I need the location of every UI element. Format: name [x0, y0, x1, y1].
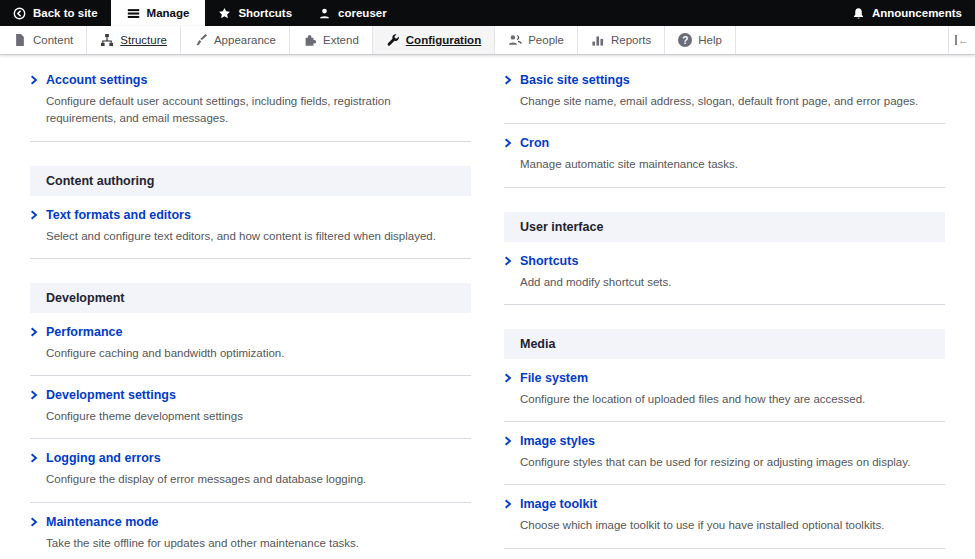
shortcuts-toolbar-button[interactable]: Shortcuts: [205, 0, 305, 26]
tab-people[interactable]: People: [495, 26, 578, 54]
tab-help[interactable]: ? Help: [665, 26, 736, 54]
config-link-label: File system: [520, 371, 588, 385]
config-description: Configure default user account settings,…: [30, 93, 460, 128]
tab-configuration-label: Configuration: [406, 34, 481, 46]
chevron-right-icon: [504, 256, 512, 266]
star-icon: [218, 7, 231, 20]
chevron-right-icon: [30, 390, 38, 400]
list-item: Text formats and editors Select and conf…: [30, 196, 471, 259]
config-description: Configure the location of uploaded files…: [504, 391, 934, 408]
config-link-label: Logging and errors: [46, 451, 161, 465]
list-item: Development settings Configure theme dev…: [30, 376, 471, 439]
config-description: Select and configure text editors, and h…: [30, 228, 460, 245]
config-link-cron[interactable]: Cron: [504, 136, 945, 150]
config-link-image-styles[interactable]: Image styles: [504, 434, 945, 448]
section-content-authoring: Content authoring Text formats and edito…: [30, 166, 471, 259]
toolbar-top: Back to site Manage Shortcuts coreuser A…: [0, 0, 975, 26]
back-to-site-label: Back to site: [33, 7, 98, 19]
tab-extend-label: Extend: [323, 34, 359, 46]
config-description: Configure styles that can be used for re…: [504, 454, 934, 471]
announcements-label: Announcements: [872, 7, 962, 19]
tab-people-label: People: [528, 34, 564, 46]
chevron-right-icon: [30, 75, 38, 85]
announcements-button[interactable]: Announcements: [839, 0, 975, 26]
tab-structure-label: Structure: [120, 34, 167, 46]
config-link-maintenance-mode[interactable]: Maintenance mode: [30, 515, 471, 529]
config-link-label: Basic site settings: [520, 73, 630, 87]
list-item: Maintenance mode Take the site offline f…: [30, 503, 471, 559]
config-description: Add and modify shortcut sets.: [504, 274, 934, 291]
config-description: Configure the display of error messages …: [30, 471, 460, 488]
list-item: Shortcuts Add and modify shortcut sets.: [504, 242, 945, 305]
tab-extend[interactable]: Extend: [290, 26, 373, 54]
config-link-file-system[interactable]: File system: [504, 371, 945, 385]
config-link-label: Cron: [520, 136, 549, 150]
file-icon: [13, 33, 27, 47]
config-link-label: Image toolkit: [520, 497, 597, 511]
manage-label: Manage: [147, 7, 190, 19]
chevron-right-icon: [504, 373, 512, 383]
manage-tab[interactable]: Manage: [111, 0, 206, 26]
toolbar-admin-menu: Content Structure Appearance Extend Conf…: [0, 26, 975, 55]
chevron-right-icon: [30, 210, 38, 220]
user-icon: [318, 7, 331, 20]
bell-icon: [852, 7, 865, 20]
config-description: Change site name, email address, slogan,…: [504, 93, 934, 110]
config-link-label: Text formats and editors: [46, 208, 191, 222]
config-link-logging-errors[interactable]: Logging and errors: [30, 451, 471, 465]
list-item: Logging and errors Configure the display…: [30, 439, 471, 502]
tab-reports[interactable]: Reports: [578, 26, 665, 54]
tab-appearance-label: Appearance: [214, 34, 276, 46]
chevron-right-icon: [504, 138, 512, 148]
list-item: Performance Configure caching and bandwi…: [30, 313, 471, 376]
left-column: Account settings Configure default user …: [30, 61, 471, 559]
list-item: Image toolkit Choose which image toolkit…: [504, 485, 945, 548]
help-icon: ?: [678, 33, 692, 47]
config-link-basic-site-settings[interactable]: Basic site settings: [504, 73, 945, 87]
tab-configuration[interactable]: Configuration: [373, 26, 495, 54]
shortcuts-toolbar-label: Shortcuts: [238, 7, 292, 19]
list-item: Basic site settings Change site name, em…: [504, 61, 945, 124]
config-link-shortcuts[interactable]: Shortcuts: [504, 254, 945, 268]
config-link-text-formats[interactable]: Text formats and editors: [30, 208, 471, 222]
chevron-right-icon: [504, 499, 512, 509]
config-link-performance[interactable]: Performance: [30, 325, 471, 339]
config-link-label: Development settings: [46, 388, 176, 402]
wrench-icon: [386, 33, 400, 47]
chevron-right-icon: [504, 436, 512, 446]
user-account-button[interactable]: coreuser: [305, 0, 400, 26]
config-description: Configure theme development settings: [30, 408, 460, 425]
list-item: Image styles Configure styles that can b…: [504, 422, 945, 485]
config-link-label: Account settings: [46, 73, 147, 87]
section-system: Basic site settings Change site name, em…: [504, 61, 945, 188]
puzzle-icon: [303, 33, 317, 47]
hamburger-icon: [127, 7, 140, 20]
config-description: Configure caching and bandwidth optimiza…: [30, 345, 460, 362]
section-development: Development Performance Configure cachin…: [30, 283, 471, 559]
tab-reports-label: Reports: [611, 34, 651, 46]
tab-structure[interactable]: Structure: [87, 26, 181, 54]
back-to-site-button[interactable]: Back to site: [0, 0, 111, 26]
section-media: Media File system Configure the location…: [504, 329, 945, 549]
list-item: Account settings Configure default user …: [30, 61, 471, 142]
config-link-image-toolkit[interactable]: Image toolkit: [504, 497, 945, 511]
chevron-right-icon: [30, 327, 38, 337]
configuration-page: Account settings Configure default user …: [0, 55, 975, 559]
tab-appearance[interactable]: Appearance: [181, 26, 290, 54]
section-header: Development: [30, 283, 471, 313]
chevron-right-icon: [30, 453, 38, 463]
section-header: Media: [504, 329, 945, 359]
toolbar-orientation-toggle-icon[interactable]: ←: [948, 26, 975, 54]
section-user-interface: User interface Shortcuts Add and modify …: [504, 212, 945, 305]
config-link-account-settings[interactable]: Account settings: [30, 73, 471, 87]
people-icon: [508, 33, 522, 47]
username-label: coreuser: [338, 7, 387, 19]
list-item: Cron Manage automatic site maintenance t…: [504, 124, 945, 187]
section-header: User interface: [504, 212, 945, 242]
tab-content-label: Content: [33, 34, 73, 46]
chevron-right-icon: [30, 517, 38, 527]
config-description: Take the site offline for updates and ot…: [30, 535, 460, 552]
tab-content[interactable]: Content: [0, 26, 87, 54]
config-link-development-settings[interactable]: Development settings: [30, 388, 471, 402]
list-item: File system Configure the location of up…: [504, 359, 945, 422]
